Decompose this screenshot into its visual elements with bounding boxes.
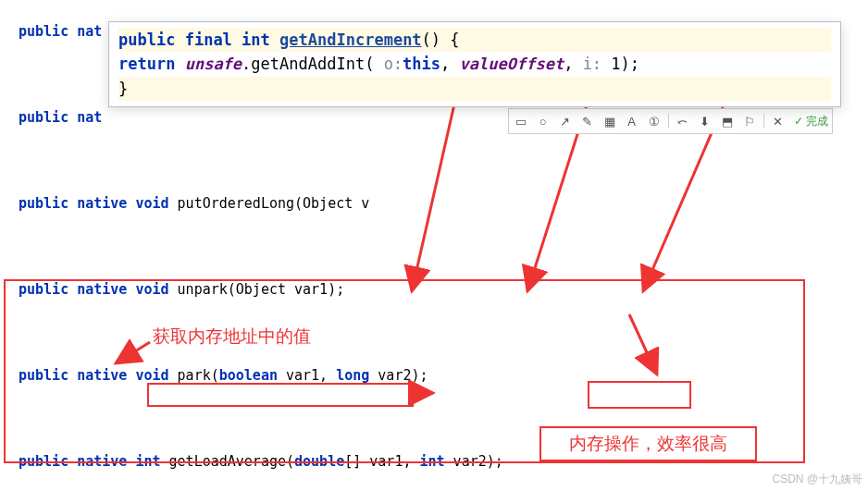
popup-line-2: return unsafe.getAndAddInt( o:this, valu… [118,55,639,73]
code-line: public native void unpark(Object var1); [19,281,344,298]
annotation-toolbar[interactable]: ▭ ○ ↗ ✎ ▦ A ① ⤺ ⬇ ⬒ ⚐ ✕ ✓ 完成 [508,108,833,134]
pencil-icon[interactable]: ✎ [579,113,596,129]
code-line: public native void park(boolean var1, lo… [19,367,428,384]
watermark: CSDN @十九姨哥 [772,472,862,487]
number-icon[interactable]: ① [646,113,663,129]
annotation-label-memread: 获取内存地址中的值 [153,325,311,349]
pin-icon[interactable]: ⬒ [719,113,736,129]
done-button[interactable]: ✓ 完成 [794,114,828,129]
download-icon[interactable]: ⬇ [697,113,713,129]
text-icon[interactable]: A [624,113,640,129]
kw: public [19,23,68,40]
code-popup[interactable]: public final int getAndIncrement() { ret… [108,21,841,107]
popup-line-3: } [118,77,831,101]
separator [763,114,764,129]
code-line: public native int getLoadAverage(double[… [19,453,503,470]
circle-icon[interactable]: ○ [535,113,552,129]
annotation-label-memory: 内存操作，效率很高 [539,426,757,461]
bookmark-icon[interactable]: ⚐ [741,113,758,129]
popup-line-1: public final int getAndIncrement() { [118,28,831,52]
kw: nat [77,23,102,40]
arrow-icon[interactable]: ↗ [557,113,574,129]
code-line: public native void putOrderedLong(Object… [19,195,369,212]
mosaic-icon[interactable]: ▦ [601,113,618,129]
kw: nat [77,109,102,126]
undo-icon[interactable]: ⤺ [675,113,691,129]
rect-icon[interactable]: ▭ [513,113,529,129]
close-icon[interactable]: ✕ [770,113,787,129]
method-link[interactable]: getAndIncrement [279,31,422,49]
separator [668,114,669,129]
kw: public [19,109,68,126]
